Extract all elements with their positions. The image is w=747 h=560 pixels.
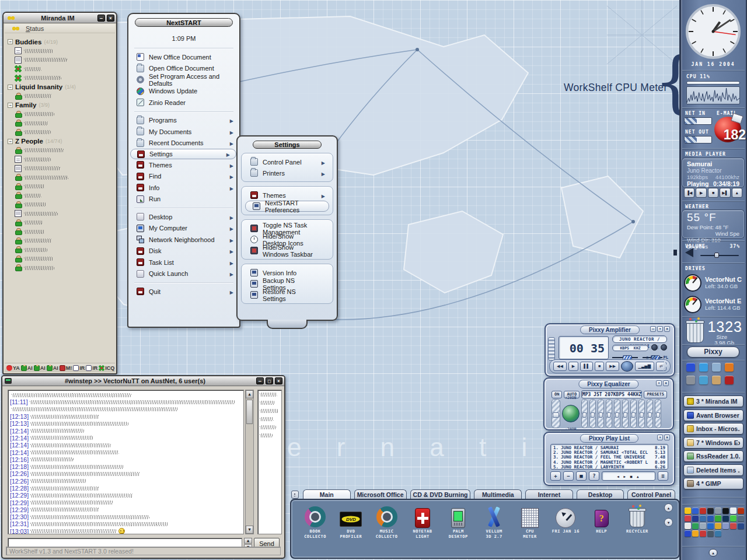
playlist-row[interactable]: 1. JUNO REACTOR / SAMURAI 8.19 bbox=[553, 446, 665, 450]
menu-title[interactable]: NextSTART bbox=[135, 18, 233, 27]
tray-icon[interactable] bbox=[722, 515, 729, 522]
app-icon[interactable] bbox=[712, 363, 721, 372]
tray-icon[interactable] bbox=[730, 523, 736, 529]
tray-icon[interactable] bbox=[685, 523, 691, 529]
play-icon[interactable]: ▶ bbox=[696, 188, 706, 198]
volume-bars-icon[interactable]: ▁▃▅▇ bbox=[635, 362, 655, 371]
drive-item[interactable]: VectorNut C Left: 34.0 GB bbox=[679, 272, 747, 293]
menu-item[interactable]: Restore NS Settings bbox=[243, 289, 331, 300]
menu-item[interactable]: Printers bbox=[243, 167, 331, 178]
menu-item[interactable]: Windows Update bbox=[128, 86, 239, 97]
close-icon[interactable]: × bbox=[664, 435, 670, 440]
dock-item[interactable]: MUSIC COLLECTO bbox=[370, 505, 404, 539]
menu-item[interactable]: Task List bbox=[128, 257, 239, 268]
recycle-bin-icon[interactable] bbox=[686, 322, 704, 343]
list-item[interactable] bbox=[5, 246, 114, 255]
list-item[interactable] bbox=[5, 236, 114, 246]
collapse-icon[interactable] bbox=[8, 85, 13, 90]
tray-icon[interactable] bbox=[700, 515, 706, 522]
playlist-row[interactable]: 3. JUNO REACTOR / FEEL THE UNIVERSE 7.48 bbox=[553, 455, 665, 460]
user-list[interactable] bbox=[257, 390, 282, 534]
menu-item[interactable]: Recent Documents bbox=[128, 138, 239, 149]
menu-item[interactable]: Disk bbox=[128, 246, 239, 257]
remove-track-icon[interactable]: − bbox=[563, 471, 574, 481]
playlist-title[interactable]: Pixxy Play List bbox=[580, 434, 638, 443]
dock-item[interactable]: FRI JAN 16 bbox=[549, 505, 582, 539]
miranda-titlebar[interactable]: Miranda IM – × bbox=[4, 13, 116, 23]
list-item[interactable] bbox=[5, 110, 114, 119]
list-item[interactable]: Family (3/9) bbox=[5, 101, 114, 110]
equalizer-title[interactable]: Pixxy Equalizer bbox=[578, 380, 638, 388]
list-item[interactable] bbox=[5, 191, 114, 201]
tray-icon[interactable] bbox=[738, 508, 744, 514]
rewind-icon[interactable]: ◀◀ bbox=[553, 362, 567, 371]
list-item[interactable] bbox=[5, 146, 114, 155]
list-item[interactable] bbox=[5, 182, 114, 191]
protocol-status[interactable]: AI bbox=[47, 365, 58, 371]
volume-slider-handle[interactable] bbox=[714, 253, 719, 258]
menu-item[interactable]: My Computer bbox=[128, 223, 239, 235]
dock-tab[interactable]: Microsoft Office bbox=[354, 489, 407, 499]
tray-icon[interactable] bbox=[722, 508, 729, 514]
list-item[interactable] bbox=[5, 209, 114, 219]
status-menu[interactable]: Status bbox=[26, 25, 44, 32]
protocol-status[interactable]: AI bbox=[34, 365, 46, 371]
playlist-row[interactable]: 2. JUNO REACTOR / SAMURAI <TOTAL ECL 5.1… bbox=[553, 450, 665, 455]
shade-icon[interactable]: ▾ bbox=[656, 380, 662, 386]
forward-icon[interactable]: ▶▶ bbox=[606, 362, 619, 371]
amplifier-title[interactable]: Pixxy Amplifier bbox=[580, 326, 640, 334]
tray-icon[interactable] bbox=[707, 523, 714, 529]
balance-knob[interactable] bbox=[651, 344, 658, 351]
tray-icon[interactable] bbox=[692, 530, 699, 537]
band-slider[interactable] bbox=[630, 399, 637, 428]
tray-icon[interactable] bbox=[707, 515, 714, 522]
list-item[interactable] bbox=[5, 200, 114, 209]
protocol-status[interactable]: IR bbox=[73, 365, 85, 371]
dock-item[interactable]: VELLUM 3D 2.7 bbox=[477, 505, 511, 539]
tray-expand-icon[interactable]: ▲ bbox=[709, 549, 718, 556]
irc-titlebar[interactable]: #winstep >> VectorNuTT on AustNet, 6 use… bbox=[2, 376, 284, 386]
tray-icon[interactable] bbox=[715, 508, 721, 514]
list-item[interactable]: Z People (14/74) bbox=[5, 137, 114, 146]
list-item[interactable] bbox=[5, 264, 114, 273]
misc-icon[interactable]: ? bbox=[589, 471, 599, 481]
menu-item[interactable]: New Office Document bbox=[128, 51, 239, 63]
tray-icon[interactable] bbox=[700, 523, 706, 529]
play-icon[interactable]: ▶ bbox=[568, 362, 578, 371]
band-slider[interactable] bbox=[589, 399, 596, 428]
spin-up-icon[interactable]: ▲ bbox=[244, 538, 252, 544]
chat-scrollbar[interactable]: ▲ ▼ bbox=[245, 390, 254, 534]
volume-slider[interactable] bbox=[700, 255, 739, 256]
band-slider[interactable] bbox=[614, 399, 620, 428]
list-item[interactable] bbox=[5, 218, 114, 228]
menu-item[interactable]: Set Program Access and Defaults bbox=[128, 74, 239, 86]
preamp-slider[interactable] bbox=[551, 399, 560, 428]
shade-icon[interactable]: ▾ bbox=[657, 326, 663, 332]
volume-knob[interactable] bbox=[661, 344, 667, 351]
menu-item[interactable]: Info bbox=[128, 182, 239, 194]
band-slider[interactable] bbox=[606, 399, 612, 428]
menu-item[interactable]: Quick Launch bbox=[128, 268, 239, 280]
tray-icon[interactable] bbox=[692, 508, 699, 514]
menu-item[interactable]: Quit bbox=[128, 286, 239, 298]
taskbar-button[interactable]: Inbox - Micros... bbox=[683, 423, 743, 435]
dock-scroll-down-icon[interactable]: ▼ bbox=[664, 518, 673, 527]
list-item[interactable] bbox=[5, 228, 114, 237]
mini-transport[interactable]: ◀ ▶ ■ ▲ bbox=[602, 471, 655, 481]
dock-drag-handle-icon[interactable] bbox=[291, 491, 299, 499]
taskbar-button[interactable]: 4 * GIMP bbox=[683, 478, 743, 489]
scroll-down-icon[interactable]: ▼ bbox=[246, 526, 253, 534]
tray-icon[interactable] bbox=[738, 515, 744, 522]
tray-icon[interactable] bbox=[738, 523, 744, 529]
minimize-icon[interactable]: – bbox=[256, 377, 264, 384]
menu-item[interactable]: Run bbox=[128, 194, 239, 205]
seek-slider[interactable] bbox=[612, 357, 638, 358]
menu-item[interactable]: My Documents bbox=[128, 126, 239, 138]
app-icon[interactable] bbox=[699, 363, 708, 372]
list-item[interactable] bbox=[5, 74, 114, 83]
tray-icon[interactable] bbox=[730, 508, 736, 514]
list-item[interactable]: Buddies (4/19) bbox=[5, 37, 114, 47]
app-icon[interactable] bbox=[699, 376, 708, 384]
tray-icon[interactable] bbox=[730, 515, 736, 522]
list-item[interactable] bbox=[5, 47, 114, 56]
